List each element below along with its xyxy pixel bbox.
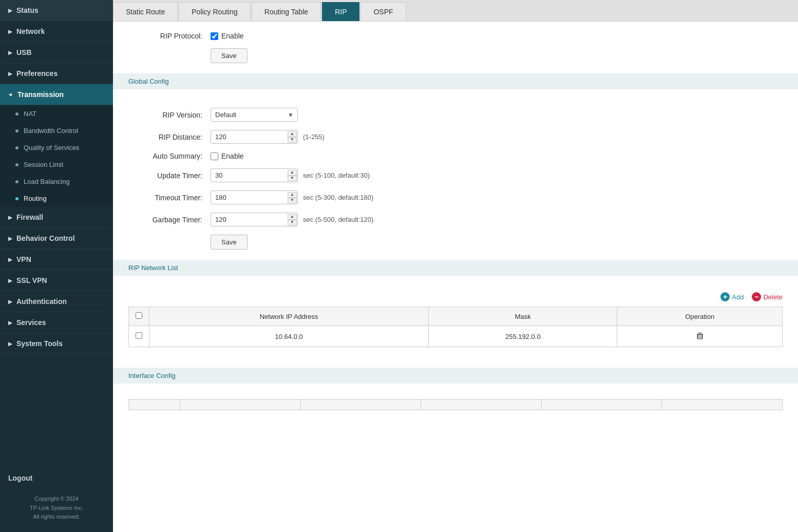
behavior-arrow-icon: ▶ (8, 236, 12, 241)
svg-rect-4 (701, 335, 702, 339)
sidebar-item-session-limit[interactable]: Session Limit (0, 156, 113, 173)
add-network-button[interactable]: + Add (720, 292, 744, 301)
tab-policy-routing[interactable]: Policy Routing (179, 2, 251, 21)
update-timer-up-button[interactable]: ▲ (288, 170, 297, 176)
auto-summary-enable[interactable]: Enable (211, 152, 244, 160)
svg-rect-1 (698, 333, 701, 334)
rip-network-list-label: RIP Network List (128, 264, 178, 272)
update-timer-down-button[interactable]: ▼ (288, 176, 297, 181)
timeout-timer-row: Timeout Timer: ▲ ▼ sec (5-300, default:1… (128, 191, 783, 204)
rip-protocol-value: Enable (211, 32, 244, 40)
row-checkbox[interactable] (136, 332, 142, 339)
rip-version-select-wrapper: Default RIPv1 RIPv2 ▼ (211, 108, 298, 122)
garbage-timer-input[interactable] (211, 213, 298, 226)
tabs-bar: Static Route Policy Routing Routing Tabl… (113, 0, 798, 22)
row-delete-icon[interactable] (695, 331, 705, 340)
sidebar-item-label: Firewall (16, 213, 43, 221)
sidebar-item-label: SSL VPN (16, 276, 47, 284)
sidebar-item-transmission[interactable]: ▼ Transmission (0, 84, 113, 105)
select-all-checkbox[interactable] (136, 312, 142, 319)
garbage-timer-input-wrapper: ▲ ▼ (211, 213, 298, 226)
save-button-1[interactable]: Save (211, 48, 248, 63)
sidebar-item-system-tools[interactable]: ▶ System Tools (0, 333, 113, 354)
firewall-arrow-icon: ▶ (8, 215, 12, 220)
table-header-checkbox (129, 307, 149, 326)
sidebar-item-routing[interactable]: Routing (0, 190, 113, 207)
update-timer-label: Update Timer: (128, 172, 211, 180)
copyright-text: Copyright © 2024TP-Link Systems Inc.All … (0, 489, 113, 532)
sidebar-subitem-label: Quality of Services (24, 144, 79, 151)
tab-ospf[interactable]: OSPF (360, 2, 406, 21)
sidebar-item-status[interactable]: ▶ Status (0, 0, 113, 21)
auto-summary-checkbox[interactable] (211, 153, 218, 160)
transmission-arrow-icon: ▼ (8, 92, 13, 97)
sidebar-subitem-label: Session Limit (24, 161, 63, 168)
rip-distance-up-button[interactable]: ▲ (288, 131, 297, 137)
save-button-2[interactable]: Save (211, 235, 248, 250)
tab-static-route[interactable]: Static Route (113, 2, 178, 21)
rip-content: RIP Protocol: Enable Save Global Config … (113, 22, 798, 532)
loadbal-dot-icon (15, 180, 18, 183)
sidebar-item-label: Behavior Control (16, 234, 75, 242)
sidebar-item-nat[interactable]: NAT (0, 105, 113, 122)
sidebar-item-vpn[interactable]: ▶ VPN (0, 249, 113, 270)
sidebar-subitem-label: Load Balancing (24, 178, 70, 185)
interface-config-label: Interface Config (128, 372, 176, 379)
timeout-timer-input-wrapper: ▲ ▼ (211, 191, 298, 204)
sidebar-item-label: Network (16, 27, 45, 35)
sidebar-item-firewall[interactable]: ▶ Firewall (0, 207, 113, 228)
sidebar-item-behavior-control[interactable]: ▶ Behavior Control (0, 228, 113, 249)
sidebar-item-quality-of-services[interactable]: Quality of Services (0, 139, 113, 156)
sidebar-item-authentication[interactable]: ▶ Authentication (0, 291, 113, 312)
sidebar-item-network[interactable]: ▶ Network (0, 21, 113, 42)
table-actions: + Add − Delete (128, 292, 783, 301)
interface-table (128, 399, 783, 410)
garbage-timer-hint: sec (5-500, default:120) (303, 216, 373, 223)
timeout-timer-down-button[interactable]: ▼ (288, 198, 297, 203)
auto-summary-row: Auto Summary: Enable (128, 152, 783, 160)
update-timer-hint: sec (5-100, default:30) (303, 172, 370, 179)
rip-distance-row: RIP Distance: ▲ ▼ (1-255) (128, 130, 783, 144)
garbage-timer-up-button[interactable]: ▲ (288, 214, 297, 220)
interface-header-4 (421, 400, 542, 410)
sidebar-item-label: Transmission (17, 90, 64, 99)
update-timer-input[interactable] (211, 168, 298, 182)
sidebar-item-load-balancing[interactable]: Load Balancing (0, 173, 113, 190)
rip-protocol-enable[interactable]: Enable (211, 32, 244, 40)
session-dot-icon (15, 163, 18, 166)
logout-button[interactable]: Logout (0, 467, 113, 489)
rip-distance-down-button[interactable]: ▼ (288, 137, 297, 143)
rip-version-select[interactable]: Default RIPv1 RIPv2 (211, 108, 298, 122)
tab-routing-table[interactable]: Routing Table (252, 2, 321, 21)
sidebar-item-label: Status (16, 6, 39, 14)
sidebar-item-services[interactable]: ▶ Services (0, 312, 113, 333)
auto-summary-label: Auto Summary: (128, 152, 211, 160)
sidebar-item-ssl-vpn[interactable]: ▶ SSL VPN (0, 270, 113, 291)
timeout-timer-label: Timeout Timer: (128, 194, 211, 202)
rip-protocol-row: RIP Protocol: Enable (128, 32, 783, 40)
auto-summary-enable-label: Enable (221, 152, 244, 160)
delete-network-button[interactable]: − Delete (752, 292, 783, 301)
rip-distance-value: ▲ ▼ (1-255) (211, 130, 325, 144)
update-timer-value: ▲ ▼ sec (5-100, default:30) (211, 168, 370, 182)
rip-distance-spinners: ▲ ▼ (288, 130, 297, 144)
sidebar-item-bandwidth-control[interactable]: Bandwidth Control (0, 122, 113, 139)
timeout-timer-up-button[interactable]: ▲ (288, 192, 297, 198)
tab-rip[interactable]: RIP (322, 2, 359, 21)
sidebar-subitem-label: NAT (24, 110, 36, 118)
services-arrow-icon: ▶ (8, 320, 12, 326)
rip-distance-label: RIP Distance: (128, 133, 211, 141)
timeout-timer-input[interactable] (211, 191, 298, 204)
table-header-operation: Operation (617, 307, 783, 326)
table-header-ip: Network IP Address (149, 307, 429, 326)
rip-network-list-section: RIP Network List (113, 260, 798, 276)
sidebar: ▶ Status ▶ Network ▶ USB ▶ Preferences ▼… (0, 0, 113, 532)
sidebar-item-label: VPN (16, 255, 31, 263)
table-header-mask: Mask (429, 307, 617, 326)
sidebar-item-preferences[interactable]: ▶ Preferences (0, 63, 113, 84)
garbage-timer-down-button[interactable]: ▼ (288, 220, 297, 225)
rip-protocol-checkbox[interactable] (211, 32, 218, 40)
svg-rect-2 (697, 335, 698, 339)
sidebar-item-usb[interactable]: ▶ USB (0, 42, 113, 63)
rip-distance-input[interactable] (211, 130, 298, 144)
